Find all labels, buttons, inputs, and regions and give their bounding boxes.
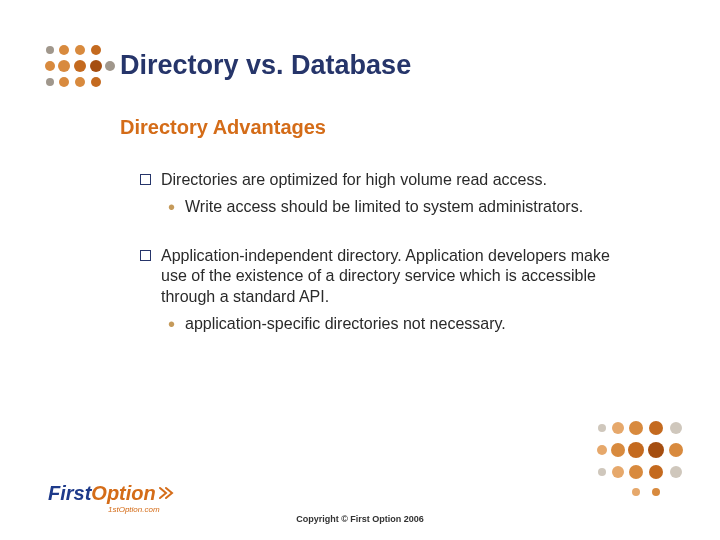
svg-point-22 bbox=[669, 443, 683, 457]
svg-point-23 bbox=[598, 468, 606, 476]
bullet-item: Application-independent directory. Appli… bbox=[140, 246, 620, 308]
svg-point-26 bbox=[649, 465, 663, 479]
bullet-text: Directories are optimized for high volum… bbox=[161, 170, 547, 191]
arrow-icon bbox=[158, 482, 176, 505]
svg-point-28 bbox=[632, 488, 640, 496]
svg-point-3 bbox=[91, 45, 101, 55]
svg-point-0 bbox=[46, 46, 54, 54]
logo-first-text: First bbox=[48, 482, 91, 504]
sub-bullet-text: Write access should be limited to system… bbox=[185, 197, 583, 218]
svg-point-29 bbox=[652, 488, 660, 496]
bullet-item: Directories are optimized for high volum… bbox=[140, 170, 620, 191]
copyright-text: Copyright © First Option 2006 bbox=[0, 514, 720, 524]
svg-point-5 bbox=[58, 60, 70, 72]
svg-point-1 bbox=[59, 45, 69, 55]
sub-bullet-item: • Write access should be limited to syst… bbox=[168, 197, 620, 218]
sub-bullet-text: application-specific directories not nec… bbox=[185, 314, 506, 335]
dot-bullet-icon: • bbox=[168, 199, 175, 215]
svg-point-17 bbox=[670, 422, 682, 434]
svg-point-21 bbox=[648, 442, 664, 458]
decorative-dots-lower bbox=[590, 410, 690, 500]
svg-point-19 bbox=[611, 443, 625, 457]
svg-point-12 bbox=[91, 77, 101, 87]
slide-title: Directory vs. Database bbox=[120, 50, 411, 81]
sub-bullet-item: • application-specific directories not n… bbox=[168, 314, 620, 335]
svg-point-8 bbox=[105, 61, 115, 71]
svg-point-14 bbox=[612, 422, 624, 434]
dot-bullet-icon: • bbox=[168, 316, 175, 332]
square-bullet-icon bbox=[140, 174, 151, 185]
svg-point-15 bbox=[629, 421, 643, 435]
logo-option-text: Option bbox=[91, 482, 155, 504]
svg-point-10 bbox=[59, 77, 69, 87]
square-bullet-icon bbox=[140, 250, 151, 261]
decorative-dots-upper bbox=[40, 40, 120, 100]
svg-point-27 bbox=[670, 466, 682, 478]
svg-point-6 bbox=[74, 60, 86, 72]
svg-point-2 bbox=[75, 45, 85, 55]
bullet-text: Application-independent directory. Appli… bbox=[161, 246, 620, 308]
svg-point-4 bbox=[45, 61, 55, 71]
content-area: Directories are optimized for high volum… bbox=[140, 170, 620, 363]
svg-point-24 bbox=[612, 466, 624, 478]
svg-point-7 bbox=[90, 60, 102, 72]
svg-point-18 bbox=[597, 445, 607, 455]
svg-point-11 bbox=[75, 77, 85, 87]
svg-point-9 bbox=[46, 78, 54, 86]
slide-subtitle: Directory Advantages bbox=[120, 116, 326, 139]
svg-point-16 bbox=[649, 421, 663, 435]
logo: FirstOption bbox=[48, 482, 176, 505]
svg-point-20 bbox=[628, 442, 644, 458]
logo-subtext: 1stOption.com bbox=[108, 505, 160, 514]
svg-point-13 bbox=[598, 424, 606, 432]
svg-point-25 bbox=[629, 465, 643, 479]
